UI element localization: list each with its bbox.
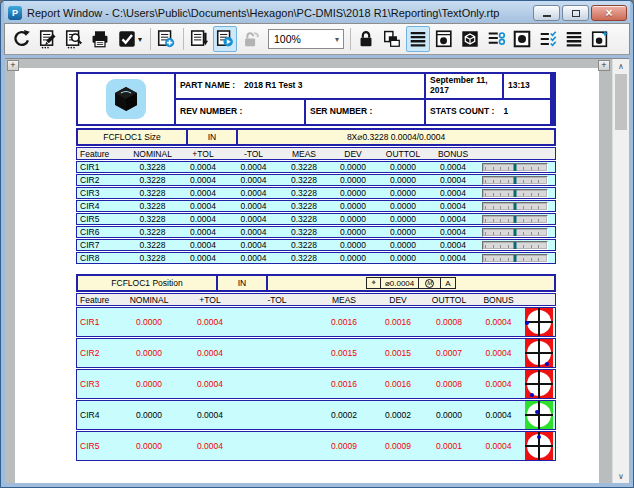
minimize-button[interactable] [533,5,560,21]
feature-cell: CIR2 [77,175,127,185]
report-content: PART NAME : 2018 R1 Test 3 September 11,… [76,72,556,461]
value-cell: 0.3228 [127,201,178,211]
value-cell: 0.0000 [377,188,429,198]
run-report-button[interactable] [213,26,237,52]
close-button[interactable]: × [591,5,627,21]
value-cell: 0.0009 [373,441,423,451]
value-cell: MEAS [279,149,329,159]
value-cell: 0.0000 [329,188,377,198]
dimension-gauge-indicator [482,228,548,237]
date-value: September 11, 2017 [430,76,502,96]
value-cell: 0.0004 [178,201,228,211]
scroll-up-arrow-icon[interactable]: ∧ [613,59,629,73]
value-cell: OUTTOL [423,295,475,305]
value-cell: 0.3228 [279,188,329,198]
stats-count-value: 1 [503,107,508,117]
value-cell: 0.0000 [377,227,429,237]
value-cell: 0.0000 [117,317,181,327]
scroll-down-arrow-icon[interactable]: ∨ [613,469,629,483]
caret-down-icon: ▾ [138,35,142,44]
template-graphical-analysis-button[interactable] [484,26,508,52]
position-table-body: CIR10.00000.00040.00160.00160.00080.0004… [76,307,556,461]
feature-cell: CIR4 [77,410,117,420]
value-cell: 0.0000 [377,175,429,185]
edit-report-button[interactable] [36,26,60,52]
solid-cube-template-icon [460,29,480,49]
value-cell: 0.0000 [377,162,429,172]
pane-splitter-handle-right[interactable]: + [598,60,610,71]
titlebar[interactable]: P Report Window - C:\Users\Public\Docume… [4,1,630,23]
refresh-report-button[interactable] [10,26,34,52]
value-cell: 0.0009 [315,441,373,451]
value-cell: 0.0015 [373,348,423,358]
add-report-button[interactable] [154,26,178,52]
value-cell: 0.0004 [178,214,228,224]
maximize-button[interactable] [562,5,589,21]
value-cell: 0.0016 [315,379,373,389]
feature-cell: CIR5 [77,214,127,224]
feature-cell: CIR8 [77,253,127,263]
value-cell: 0.0004 [228,201,279,211]
pane-splitter-handle-left[interactable]: + [7,60,19,71]
template-custom-button[interactable] [588,26,612,52]
run-report-icon [215,29,235,49]
value-cell: 0.0004 [178,240,228,250]
in-tolerance-bullseye-icon [525,401,553,429]
value-cell: 0.3228 [127,253,178,263]
out-of-tolerance-bullseye-icon [525,432,553,460]
position-symbol-icon: ⌖ [367,278,380,288]
toolbar: ▾100%▾ [4,23,630,55]
stats-count-label: STATS COUNT : [430,107,494,117]
value-cell: 0.0004 [228,240,279,250]
report-options-button[interactable]: ▾ [114,26,145,52]
value-cell: 0.0004 [228,188,279,198]
lock-report-button[interactable] [354,26,378,52]
scrollbar-thumb[interactable] [615,74,627,130]
print-icon [90,29,110,49]
value-cell: 0.0000 [329,175,377,185]
value-cell: 0.0016 [315,317,373,327]
dimension-gauge-indicator [482,254,548,263]
minimize-icon [543,15,551,17]
value-cell: 0.0004 [475,317,522,327]
vertical-scrollbar[interactable]: ∧ ∨ [612,59,629,483]
rev-number-cell: REV NUMBER : [176,100,304,124]
size-section-callout: 8X⌀0.3228 0.0004/0.0004 [238,130,554,144]
report-rotation-lock-button[interactable] [239,26,263,52]
template-summary-button[interactable] [536,26,560,52]
template-cadonly-button[interactable] [458,26,482,52]
value-cell: 0.0004 [228,227,279,237]
value-cell: 0.0004 [475,441,522,451]
value-cell: 0.0000 [117,441,181,451]
size-table-body: CIR10.32280.00040.00040.32280.00000.0000… [76,161,556,264]
zoom-combobox[interactable]: 100%▾ [268,29,344,49]
print-pages-button[interactable] [380,26,404,52]
value-cell: 0.0016 [373,379,423,389]
value-cell: 0.0004 [181,317,239,327]
value-cell: 0.0004 [429,188,477,198]
time-cell: 13:13 [504,74,550,98]
size-table-row: CIR60.32280.00040.00040.32280.00000.0000… [76,226,556,238]
value-cell: 0.0016 [373,317,423,327]
window-title: Report Window - C:\Users\Public\Document… [27,7,533,19]
position-table-row: CIR40.00000.00040.00020.00020.00000.0004 [76,400,556,430]
template-text-report-button[interactable] [562,26,586,52]
template-textandcad-button[interactable] [432,26,456,52]
value-cell: 0.3228 [279,253,329,263]
template-graphics-button[interactable] [510,26,534,52]
report-window: P Report Window - C:\Users\Public\Docume… [0,0,634,488]
value-cell: 0.0000 [377,253,429,263]
auto-scroll-report-button[interactable] [187,26,211,52]
position-table-row: CIR30.00000.00040.00160.00160.00080.0004 [76,369,556,399]
value-cell: 0.3228 [279,240,329,250]
dimension-gauge-indicator [482,189,548,198]
value-cell: 0.0007 [423,348,475,358]
value-cell: 0.0000 [377,240,429,250]
unlock-icon [241,29,261,49]
value-cell: 0.0004 [429,162,477,172]
template-textonly-button[interactable] [406,26,430,52]
maximize-icon [572,10,580,17]
print-report-button[interactable] [88,26,112,52]
preview-report-button[interactable] [62,26,86,52]
value-cell: BONUS [475,295,522,305]
